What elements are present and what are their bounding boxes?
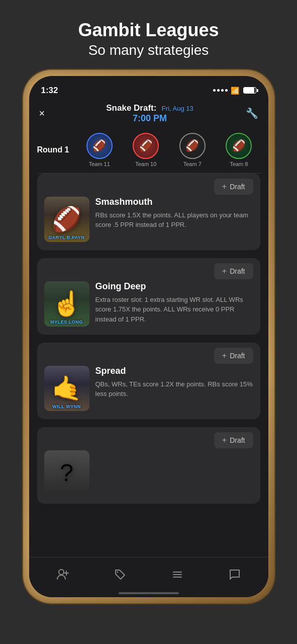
- strategy-name: Spread: [95, 366, 253, 376]
- draft-label: Draft: [230, 352, 245, 360]
- card-header: + Draft: [37, 343, 260, 366]
- svg-point-3: [117, 572, 118, 573]
- tab-list[interactable]: [163, 564, 192, 585]
- team-name: Team 11: [89, 161, 110, 167]
- strategy-desc: QBs, WRs, TEs score 1.2X the points. RBs…: [95, 379, 253, 399]
- svg-point-0: [59, 570, 64, 575]
- tab-tag[interactable]: [106, 564, 135, 585]
- strategy-desc: RBs score 1.5X the points. ALL players o…: [95, 210, 253, 230]
- battery-icon: [243, 87, 256, 94]
- char-figure: ☝️: [52, 292, 82, 316]
- round-label: Round 1: [37, 145, 72, 154]
- page-subtitle: So many strategies: [78, 40, 219, 60]
- nav-date: Fri, Aug 13: [162, 105, 193, 112]
- char-label: DARYL B.PAYN: [44, 235, 89, 240]
- nav-title-area: Snake Draft: Fri, Aug 13 7:00 PM: [54, 103, 246, 124]
- tab-chat[interactable]: [220, 564, 249, 585]
- wifi-icon: 📶: [231, 87, 239, 95]
- char-figure: 🤙: [52, 376, 82, 400]
- draft-button[interactable]: + Draft: [214, 348, 253, 364]
- card-text: Spread QBs, WRs, TEs score 1.2X the poin…: [95, 366, 253, 399]
- char-label: MYLES LONG: [44, 319, 89, 325]
- card-body: 🏈 DARYL B.PAYN Smashmouth RBs score 1.5X…: [37, 197, 260, 250]
- settings-button[interactable]: 🔧: [246, 107, 258, 119]
- draft-button[interactable]: + Draft: [214, 263, 253, 279]
- draft-button[interactable]: + Draft: [214, 179, 253, 195]
- plus-icon: +: [222, 182, 227, 191]
- strategy-name: Going Deep: [95, 281, 253, 292]
- notch: [109, 76, 189, 90]
- card-body: ?: [37, 450, 260, 504]
- team-name: Team 8: [230, 161, 248, 167]
- page-title: Gambit Leagues: [78, 20, 219, 40]
- signal-icon: [213, 89, 228, 92]
- char-bg: ?: [44, 450, 89, 496]
- character-image: ☝️ MYLES LONG: [44, 281, 89, 327]
- team-items: 🏈 Team 11 🏈 Team 10 🏈 Team 7 🏈 Team 8: [78, 133, 260, 167]
- draft-label: Draft: [230, 183, 245, 191]
- round-section: Round 1 🏈 Team 11 🏈 Team 10 🏈 Team 7 🏈 T…: [29, 129, 268, 173]
- team-name: Team 10: [135, 161, 156, 167]
- strategy-desc: Extra roster slot: 1 extra starting WR s…: [95, 295, 253, 325]
- strategy-card-3: + Draft ?: [37, 427, 260, 504]
- home-indicator: [119, 592, 179, 594]
- character-image: 🤙 WILL WYNN: [44, 366, 89, 411]
- phone-frame: 1:32 📶 × Snake Draft: Fri, A: [23, 70, 274, 603]
- team-item-team8[interactable]: 🏈 Team 8: [226, 133, 252, 167]
- card-text: Going Deep Extra roster slot: 1 extra st…: [95, 281, 253, 325]
- nav-bar: × Snake Draft: Fri, Aug 13 7:00 PM 🔧: [29, 98, 268, 129]
- draft-label: Draft: [230, 436, 245, 444]
- phone-screen: 1:32 📶 × Snake Draft: Fri, A: [29, 76, 268, 597]
- card-header: + Draft: [37, 427, 260, 450]
- team-item-team10[interactable]: 🏈 Team 10: [133, 133, 159, 167]
- page-header: Gambit Leagues So many strategies: [78, 0, 219, 70]
- team-item-team7[interactable]: 🏈 Team 7: [179, 133, 206, 167]
- tab-bar: [29, 557, 268, 597]
- char-figure: ?: [60, 461, 73, 485]
- char-figure: 🏈: [52, 207, 82, 231]
- character-image: 🏈 DARYL B.PAYN: [44, 197, 89, 242]
- plus-icon: +: [222, 436, 227, 445]
- draft-label: Draft: [230, 267, 245, 275]
- card-body: ☝️ MYLES LONG Going Deep Extra roster sl…: [37, 281, 260, 335]
- status-icons: 📶: [213, 87, 256, 95]
- team-item-team11[interactable]: 🏈 Team 11: [86, 133, 113, 167]
- card-header: + Draft: [37, 174, 260, 197]
- strategy-card-1: + Draft ☝️ MYLES LONG Going Deep Extra r…: [37, 258, 260, 335]
- nav-title: Snake Draft:: [106, 103, 156, 113]
- tab-add-user[interactable]: [48, 564, 77, 585]
- plus-icon: +: [222, 351, 227, 360]
- character-image: ?: [44, 450, 89, 496]
- draft-button[interactable]: + Draft: [214, 432, 253, 448]
- close-button[interactable]: ×: [39, 108, 54, 119]
- team-name: Team 7: [183, 161, 202, 167]
- strategy-name: Smashmouth: [95, 197, 253, 207]
- card-body: 🤙 WILL WYNN Spread QBs, WRs, TEs score 1…: [37, 366, 260, 419]
- card-header: + Draft: [37, 258, 260, 281]
- card-text: Smashmouth RBs score 1.5X the points. AL…: [95, 197, 253, 230]
- char-label: WILL WYNN: [44, 404, 89, 409]
- status-time: 1:32: [41, 86, 58, 96]
- nav-time: 7:00 PM: [54, 113, 246, 124]
- strategy-card-2: + Draft 🤙 WILL WYNN Spread QBs, WRs, TEs…: [37, 343, 260, 419]
- plus-icon: +: [222, 267, 227, 276]
- strategy-card-0: + Draft 🏈 DARYL B.PAYN Smashmouth RBs sc…: [37, 174, 260, 250]
- scroll-content[interactable]: + Draft 🏈 DARYL B.PAYN Smashmouth RBs sc…: [29, 174, 268, 597]
